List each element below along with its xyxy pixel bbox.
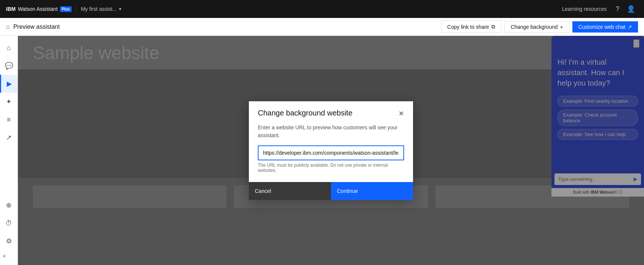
modal-hint: The URL must be publicly available. Do n… xyxy=(258,163,404,173)
sidebar-item-entities[interactable]: ≡ xyxy=(0,111,18,129)
copy-link-button[interactable]: Copy link to share ⧉ xyxy=(441,21,501,33)
change-background-label: Change background xyxy=(511,24,558,30)
sidebar-collapse-button[interactable]: < xyxy=(0,250,18,262)
external-link-icon: ↗ xyxy=(628,24,632,30)
sidebar-item-settings[interactable]: ⚙ xyxy=(0,232,18,250)
sub-header: ⌂ Preview assistant Copy link to share ⧉… xyxy=(0,18,644,36)
sidebar-item-chat[interactable]: 💬 xyxy=(0,57,18,75)
brand-watson: Watson Assistant xyxy=(18,6,58,12)
sidebar-item-integrations[interactable]: ⊕ xyxy=(0,196,18,214)
modal-overlay: Change background website ✕ Enter a webs… xyxy=(18,36,644,265)
nav-divider xyxy=(76,5,76,13)
copy-link-label: Copy link to share xyxy=(447,24,489,30)
chat-icon: 💬 xyxy=(5,62,13,70)
header-actions: Copy link to share ⧉ Change background +… xyxy=(441,21,638,33)
learning-resources-link[interactable]: Learning resources xyxy=(557,6,611,12)
modal-continue-button[interactable]: Continue xyxy=(331,182,413,200)
sidebar-bottom: ⊕ ⏱ ⚙ < xyxy=(0,196,18,265)
play-icon: ▶ xyxy=(7,80,12,88)
entities-icon: ≡ xyxy=(7,116,11,124)
modal-description: Enter a website URL to preview how custo… xyxy=(258,124,404,139)
brand-ibm: IBM xyxy=(6,6,16,12)
project-name: My first assist... xyxy=(81,6,117,12)
actions-icon: ✦ xyxy=(6,98,12,106)
modal-footer: Cancel Continue xyxy=(249,182,413,200)
help-icon[interactable]: ? xyxy=(613,5,622,13)
chevron-down-icon: ▾ xyxy=(119,6,121,12)
brand-plus: Plus xyxy=(60,6,72,12)
user-icon[interactable]: 👤 xyxy=(624,5,638,13)
change-background-modal: Change background website ✕ Enter a webs… xyxy=(249,101,413,200)
top-nav: IBM Watson Assistant Plus My first assis… xyxy=(0,0,644,18)
preview-icon: ⌂ xyxy=(6,24,10,30)
analytics-icon: ↗ xyxy=(6,133,12,142)
add-icon: + xyxy=(560,24,563,30)
modal-close-button[interactable]: ✕ xyxy=(398,110,404,118)
home-icon: ⌂ xyxy=(7,44,11,52)
modal-cancel-button[interactable]: Cancel xyxy=(249,182,331,200)
customize-label: Customize web chat xyxy=(578,24,625,30)
modal-header: Change background website ✕ xyxy=(249,101,413,124)
modal-body: Enter a website URL to preview how custo… xyxy=(249,124,413,173)
integrations-icon: ⊕ xyxy=(6,201,12,209)
main-content: Sample website ↻ Hi! I'm a virtual assis… xyxy=(18,36,644,265)
modal-url-input[interactable] xyxy=(258,145,404,160)
brand: IBM Watson Assistant Plus xyxy=(6,6,72,12)
sidebar-item-preview[interactable]: ▶ xyxy=(0,75,18,93)
chevron-left-icon: < xyxy=(3,253,6,259)
customize-web-chat-button[interactable]: Customize web chat ↗ xyxy=(572,21,638,33)
modal-title: Change background website xyxy=(258,109,353,117)
project-selector[interactable]: My first assist... ▾ xyxy=(81,6,121,12)
settings-icon: ⚙ xyxy=(6,237,12,245)
copy-icon: ⧉ xyxy=(491,24,495,30)
page-title: Preview assistant xyxy=(13,24,60,30)
nav-right: Learning resources ? 👤 xyxy=(557,5,638,13)
change-background-button[interactable]: Change background + xyxy=(504,21,569,33)
history-icon: ⏱ xyxy=(6,219,12,227)
left-sidebar: ⌂ 💬 ▶ ✦ ≡ ↗ ⊕ ⏱ ⚙ < xyxy=(0,36,18,265)
sidebar-item-analytics[interactable]: ↗ xyxy=(0,129,18,147)
sidebar-item-actions[interactable]: ✦ xyxy=(0,93,18,111)
sidebar-item-home[interactable]: ⌂ xyxy=(0,39,18,57)
sidebar-item-history[interactable]: ⏱ xyxy=(0,214,18,232)
